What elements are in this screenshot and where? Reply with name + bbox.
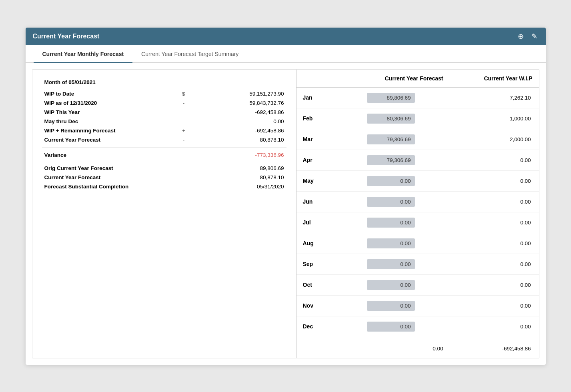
month-label-sep: Sep: [297, 258, 361, 270]
forecast-input-nov[interactable]: 0.00: [367, 301, 415, 311]
forecast-input-dec[interactable]: 0.00: [367, 322, 415, 332]
current-year-forecast-row: Current Year Forecast - 80,878.10: [42, 135, 287, 144]
wip-as-of-sym: -: [176, 98, 191, 108]
wip-this-year-value: -692,458.86: [191, 108, 286, 117]
current-year-forecast-label: Current Year Forecast: [42, 135, 176, 144]
wip-remaining-label: WIP + Remainning Forecast: [42, 126, 176, 135]
current-year-forecast-value: 80,878.10: [191, 135, 286, 144]
wip-cell-sep: 0.00: [450, 258, 539, 270]
month-row-oct: Oct0.000.00: [297, 275, 539, 296]
variance-label: Variance: [42, 148, 176, 160]
month-label-nov: Nov: [297, 299, 361, 312]
month-row-sep: Sep0.000.00: [297, 254, 539, 275]
forecast-cell-may: 0.00: [361, 173, 450, 189]
forecast-input-jul[interactable]: 0.00: [367, 218, 415, 228]
substantial-completion-row: Forecast Substantial Completion 05/31/20…: [42, 182, 287, 191]
wip-cell-jun: 0.00: [450, 196, 539, 208]
totals-row: 0.00 -692,458.86: [297, 339, 539, 358]
month-label-jul: Jul: [297, 216, 361, 229]
tab-monthly[interactable]: Current Year Monthly Forecast: [34, 45, 133, 63]
total-wip: -692,458.86: [450, 342, 539, 355]
right-col1-header: [297, 70, 361, 87]
left-table: Month of 05/01/2021 WIP to Date $ 59,151…: [42, 78, 287, 191]
wip-remaining-sym: +: [176, 126, 191, 135]
substantial-completion-value: 05/31/2020: [191, 182, 286, 191]
wip-this-year-label: WIP This Year: [42, 108, 176, 117]
forecast-input-apr[interactable]: 79,306.69: [367, 155, 415, 165]
forecast-input-jun[interactable]: 0.00: [367, 197, 415, 207]
wip-as-of-row: WIP as of 12/31/2020 - 59,843,732.76: [42, 98, 287, 108]
month-rows: Jan89,806.697,262.10Feb80,306.691,000.00…: [297, 88, 539, 337]
month-row-jun: Jun0.000.00: [297, 192, 539, 212]
forecast-cell-mar: 79,306.69: [361, 131, 450, 148]
wip-cell-may: 0.00: [450, 175, 539, 187]
wip-to-date-sym: $: [176, 89, 191, 98]
forecast-input-aug[interactable]: 0.00: [367, 238, 415, 248]
current-year-forecast-sym: -: [176, 135, 191, 144]
variance-row: Variance -773,336.96: [42, 148, 287, 160]
forecast-cell-aug: 0.00: [361, 235, 450, 252]
left-panel: Month of 05/01/2021 WIP to Date $ 59,151…: [32, 70, 297, 358]
wip-cell-dec: 0.00: [450, 320, 539, 333]
forecast-cell-jun: 0.00: [361, 194, 450, 210]
edit-icon[interactable]: ✎: [531, 32, 539, 40]
current-year-forecast2-label: Current Year Forecast: [42, 173, 176, 182]
wip-to-date-label: WIP to Date: [42, 89, 176, 98]
month-row-aug: Aug0.000.00: [297, 233, 539, 254]
month-row-jan: Jan89,806.697,262.10: [297, 88, 539, 108]
wip-this-year-sym: [176, 108, 191, 117]
main-content: Month of 05/01/2021 WIP to Date $ 59,151…: [32, 69, 539, 358]
forecast-input-may[interactable]: 0.00: [367, 176, 415, 186]
forecast-input-feb[interactable]: 80,306.69: [367, 114, 415, 124]
wip-cell-oct: 0.00: [450, 279, 539, 291]
titlebar-icons: ⊕ ✎: [517, 32, 539, 40]
month-row-nov: Nov0.000.00: [297, 296, 539, 316]
month-label-aug: Aug: [297, 237, 361, 250]
forecast-cell-oct: 0.00: [361, 277, 450, 293]
forecast-input-jan[interactable]: 89,806.69: [367, 93, 415, 103]
wip-this-year-row: WIP This Year -692,458.86: [42, 108, 287, 117]
tab-target[interactable]: Current Year Forecast Target Summary: [132, 45, 247, 63]
wip-as-of-value: 59,843,732.76: [191, 98, 286, 108]
month-row-dec: Dec0.000.00: [297, 316, 539, 337]
month-label-jun: Jun: [297, 195, 361, 208]
month-row-feb: Feb80,306.691,000.00: [297, 108, 539, 129]
forecast-cell-jan: 89,806.69: [361, 90, 450, 106]
substantial-completion-label: Forecast Substantial Completion: [42, 182, 176, 191]
forecast-cell-nov: 0.00: [361, 298, 450, 314]
right-col2-header: Current Year Forecast: [361, 70, 450, 87]
wip-cell-jan: 7,262.10: [450, 92, 539, 104]
forecast-cell-jul: 0.00: [361, 214, 450, 231]
month-label-may: May: [297, 174, 361, 187]
may-thru-dec-sym: [176, 117, 191, 126]
may-thru-dec-label: May thru Dec: [42, 117, 176, 126]
orig-forecast-value: 89,806.69: [191, 160, 286, 173]
month-row-jul: Jul0.000.00: [297, 212, 539, 233]
forecast-cell-feb: 80,306.69: [361, 110, 450, 127]
wip-to-date-value: 59,151,273.90: [191, 89, 286, 98]
forecast-cell-sep: 0.00: [361, 256, 450, 272]
add-icon[interactable]: ⊕: [517, 32, 525, 40]
wip-cell-jul: 0.00: [450, 216, 539, 229]
month-label-feb: Feb: [297, 112, 361, 125]
month-label-jan: Jan: [297, 91, 361, 104]
current-year-forecast2-row: Current Year Forecast 80,878.10: [42, 173, 287, 182]
orig-forecast-label: Orig Current Year Forecast: [42, 160, 176, 173]
month-row-may: May0.000.00: [297, 171, 539, 192]
titlebar: Current Year Forecast ⊕ ✎: [26, 28, 546, 45]
wip-remaining-row: WIP + Remainning Forecast + -692,458.86: [42, 126, 287, 135]
month-label-oct: Oct: [297, 278, 361, 291]
month-label-dec: Dec: [297, 320, 361, 333]
wip-cell-mar: 2,000.00: [450, 133, 539, 146]
current-year-forecast2-value: 80,878.10: [191, 173, 286, 182]
month-row-mar: Mar79,306.692,000.00: [297, 129, 539, 150]
forecast-cell-apr: 79,306.69: [361, 152, 450, 168]
forecast-input-mar[interactable]: 79,306.69: [367, 134, 415, 144]
orig-forecast-row: Orig Current Year Forecast 89,806.69: [42, 160, 287, 173]
forecast-input-sep[interactable]: 0.00: [367, 259, 415, 269]
forecast-input-oct[interactable]: 0.00: [367, 280, 415, 290]
wip-to-date-row: WIP to Date $ 59,151,273.90: [42, 89, 287, 98]
right-panel: Current Year Forecast Current Year W.I.P…: [297, 70, 539, 358]
total-forecast: 0.00: [361, 342, 450, 355]
variance-value: -773,336.96: [191, 148, 286, 160]
